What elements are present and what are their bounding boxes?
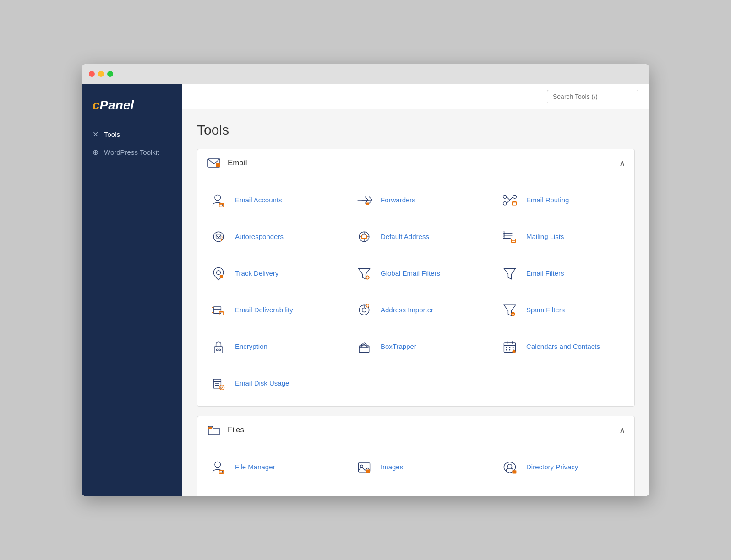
email-filters-icon: [500, 263, 520, 283]
track-delivery-icon: [208, 263, 229, 283]
svg-point-85: [508, 464, 512, 468]
search-input[interactable]: [547, 90, 638, 103]
tool-disk-usage[interactable]: Disk Usage: [197, 485, 343, 496]
files-section: Files ∧: [197, 416, 635, 496]
svg-point-57: [217, 349, 218, 351]
sidebar-item-wordpress[interactable]: ⊕ WordPress Toolkit: [82, 143, 182, 161]
tool-images[interactable]: Images: [343, 449, 489, 485]
files-section-toggle[interactable]: ∧: [619, 425, 625, 435]
email-accounts-icon: [208, 190, 229, 210]
tool-email-deliverability[interactable]: Email Deliverability: [197, 292, 343, 328]
directory-privacy-icon: [500, 457, 520, 477]
svg-point-66: [506, 347, 507, 348]
encryption-icon: [208, 337, 229, 357]
browser-chrome: [82, 64, 649, 84]
tool-autoresponders[interactable]: Autoresponders: [197, 218, 343, 255]
svg-marker-39: [504, 268, 515, 279]
sidebar-item-label: Tools: [104, 130, 120, 138]
svg-rect-29: [503, 234, 505, 236]
forwarders-label: Forwarders: [381, 196, 415, 204]
tool-encryption[interactable]: Encryption: [197, 328, 343, 365]
content-area: Tools Email: [182, 109, 649, 496]
tool-email-disk-usage[interactable]: Email Disk Usage: [197, 365, 343, 402]
tool-file-manager[interactable]: File Manager: [197, 449, 343, 485]
encryption-label: Encryption: [235, 343, 267, 350]
file-manager-label: File Manager: [235, 463, 275, 471]
autoresponders-label: Autoresponders: [235, 233, 284, 240]
email-section-title: Email: [228, 158, 247, 168]
boxtrapper-icon: [354, 337, 374, 357]
tool-boxtrapper[interactable]: BoxTrapper: [343, 328, 489, 365]
close-button[interactable]: [89, 71, 95, 77]
tool-web-disk[interactable]: Web Disk: [343, 485, 489, 496]
tool-track-delivery[interactable]: Track Delivery: [197, 255, 343, 292]
svg-point-72: [512, 350, 515, 353]
svg-rect-7: [366, 202, 369, 205]
calendars-contacts-label: Calendars and Contacts: [526, 343, 600, 350]
minimize-button[interactable]: [98, 71, 104, 77]
main-content: Tools Email: [182, 84, 649, 496]
track-delivery-label: Track Delivery: [235, 269, 278, 277]
tool-email-routing[interactable]: Email Routing: [489, 182, 634, 218]
email-section-toggle[interactable]: ∧: [619, 158, 625, 168]
sidebar-item-label: WordPress Toolkit: [104, 148, 159, 156]
svg-rect-56: [214, 347, 223, 353]
fullscreen-button[interactable]: [107, 71, 113, 77]
svg-rect-84: [366, 469, 370, 473]
tool-global-email-filters[interactable]: Global Email Filters: [343, 255, 489, 292]
svg-rect-86: [512, 470, 516, 473]
browser-window: cPanel ✕ Tools ⊕ WordPress Toolkit Tools: [82, 64, 649, 496]
svg-rect-24: [362, 235, 367, 238]
tool-address-importer[interactable]: Address Importer: [343, 292, 489, 328]
spam-filters-label: Spam Filters: [526, 306, 565, 314]
page-title: Tools: [197, 122, 635, 138]
tool-calendars-contacts[interactable]: Calendars and Contacts: [489, 328, 634, 365]
tool-email-accounts[interactable]: Email Accounts: [197, 182, 343, 218]
traffic-lights: [89, 71, 113, 77]
svg-point-67: [509, 347, 511, 348]
svg-line-12: [510, 196, 513, 200]
wrench-icon: ✕: [93, 130, 98, 139]
svg-point-77: [219, 385, 224, 390]
tool-ftp-accounts[interactable]: FTP FTP Accounts: [489, 485, 634, 496]
global-email-filters-icon: [354, 263, 374, 283]
email-section-header[interactable]: Email ∧: [197, 149, 634, 177]
email-deliverability-icon: [208, 300, 229, 320]
tool-mailing-lists[interactable]: Mailing Lists: [489, 218, 634, 255]
file-manager-icon: [208, 457, 229, 477]
svg-point-68: [513, 347, 514, 348]
svg-point-58: [219, 349, 221, 351]
tool-default-address[interactable]: Default Address: [343, 218, 489, 255]
tool-directory-privacy[interactable]: Directory Privacy: [489, 449, 634, 485]
wordpress-icon: ⊕: [93, 148, 98, 157]
mailing-lists-icon: [500, 227, 520, 247]
files-section-title: Files: [228, 425, 244, 435]
directory-privacy-label: Directory Privacy: [526, 463, 578, 471]
web-disk-icon: [354, 494, 374, 496]
email-section-icon: [207, 156, 221, 170]
files-section-header[interactable]: Files ∧: [197, 416, 634, 444]
svg-point-33: [217, 270, 221, 274]
sidebar-item-tools[interactable]: ✕ Tools: [82, 125, 182, 143]
tool-email-filters[interactable]: Email Filters: [489, 255, 634, 292]
svg-point-9: [513, 195, 516, 198]
svg-point-2: [215, 195, 221, 201]
tool-forwarders[interactable]: Forwarders: [343, 182, 489, 218]
svg-rect-1: [216, 163, 220, 167]
email-accounts-label: Email Accounts: [235, 196, 282, 204]
logo: cPanel: [82, 93, 182, 125]
svg-point-48: [362, 308, 366, 312]
email-disk-usage-icon: [208, 373, 229, 393]
tool-spam-filters[interactable]: Spam Filters: [489, 292, 634, 328]
svg-point-69: [506, 349, 507, 350]
global-email-filters-label: Global Email Filters: [381, 269, 440, 277]
svg-rect-14: [512, 201, 516, 205]
email-section: Email ∧: [197, 149, 635, 407]
email-disk-usage-label: Email Disk Usage: [235, 379, 289, 387]
images-label: Images: [381, 463, 403, 471]
images-icon: [354, 457, 374, 477]
svg-line-13: [507, 200, 510, 203]
address-importer-label: Address Importer: [381, 306, 433, 314]
svg-rect-40: [213, 306, 221, 313]
files-section-icon: [207, 423, 221, 437]
